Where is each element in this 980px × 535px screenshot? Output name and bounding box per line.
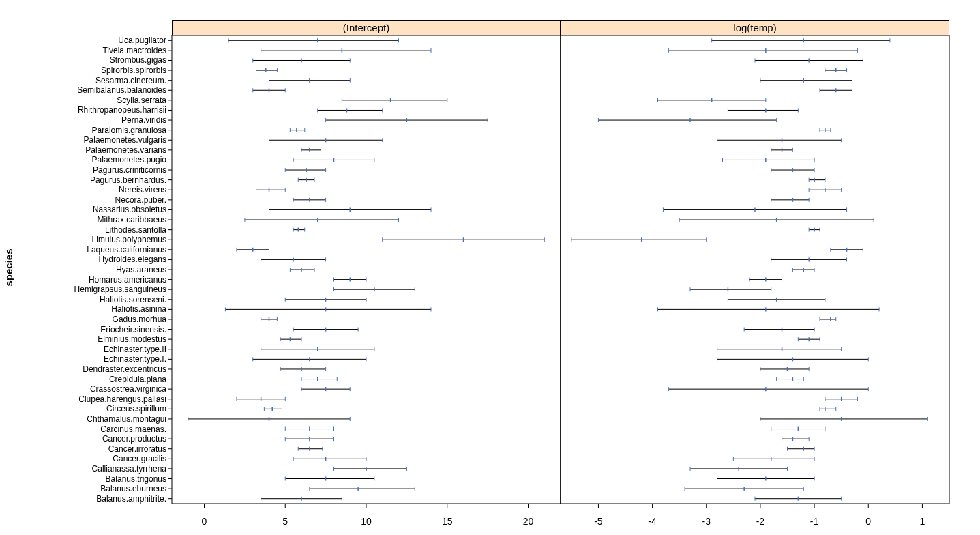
svg-rect-241 xyxy=(561,35,949,504)
svg-rect-0 xyxy=(172,35,561,504)
chart-container: species Uca.pugilatorTivela.mactroidesSt… xyxy=(0,0,980,535)
chart-svg xyxy=(0,0,980,535)
